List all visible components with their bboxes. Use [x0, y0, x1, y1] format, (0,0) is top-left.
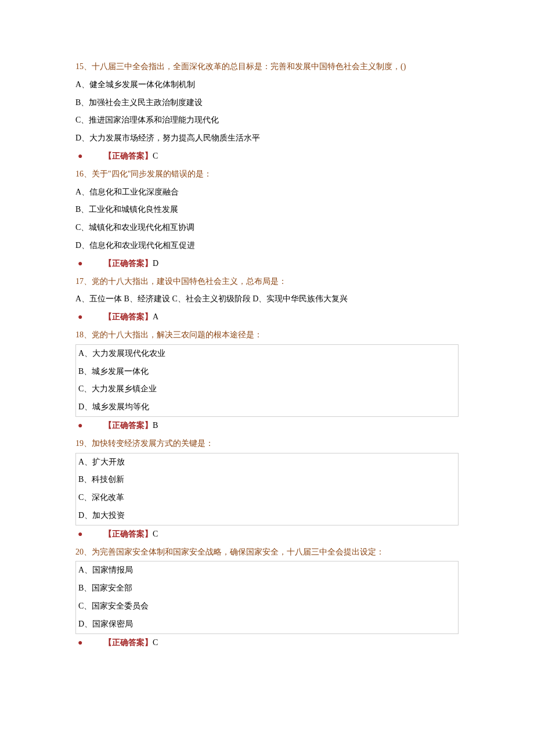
question-text: 18、党的十八大指出，解决三农问题的根本途径是： [75, 326, 459, 344]
option-text: C、大力发展乡镇企业 [78, 380, 456, 398]
option-text: A、信息化和工业化深度融合 [75, 183, 459, 201]
answer-value: B [153, 417, 158, 435]
option-text: D、国家保密局 [78, 615, 456, 633]
option-text: D、大力发展市场经济，努力提高人民物质生活水平 [75, 129, 459, 147]
options-box: A、扩大开放 B、科技创新 C、深化改革 D、加大投资 [75, 453, 459, 525]
answer-label: 【正确答案】 [104, 255, 153, 273]
option-text: B、工业化和城镇化良性发展 [75, 201, 459, 219]
option-text: B、科技创新 [78, 471, 456, 489]
option-text: A、大力发展现代化农业 [78, 345, 456, 363]
bullet-icon: ● [75, 525, 104, 543]
answer-line: ● 【正确答案】D [75, 255, 459, 273]
answer-line: ● 【正确答案】B [75, 417, 459, 435]
answer-label: 【正确答案】 [104, 525, 153, 543]
question-text: 16、关于"四化"同步发展的错误的是： [75, 165, 459, 183]
answer-line: ● 【正确答案】C [75, 634, 459, 652]
answer-line: ● 【正确答案】C [75, 525, 459, 543]
answer-value: D [153, 255, 158, 273]
answer-label: 【正确答案】 [104, 308, 153, 326]
option-text: A、国家情报局 [78, 561, 456, 579]
option-text: C、国家安全委员会 [78, 597, 456, 615]
answer-value: A [153, 308, 158, 326]
question-text: 17、党的十八大指出，建设中国特色社会主义，总布局是： [75, 273, 459, 291]
answer-value: C [153, 634, 158, 652]
option-text: C、推进国家治理体系和治理能力现代化 [75, 111, 459, 129]
answer-value: C [153, 147, 158, 165]
option-text: B、城乡发展一体化 [78, 363, 456, 381]
answer-line: ● 【正确答案】C [75, 147, 459, 165]
bullet-icon: ● [75, 147, 104, 165]
answer-label: 【正确答案】 [104, 417, 153, 435]
option-text: D、城乡发展均等化 [78, 398, 456, 416]
bullet-icon: ● [75, 308, 104, 326]
question-text: 20、为完善国家安全体制和国家安全战略，确保国家安全，十八届三中全会提出设定： [75, 543, 459, 561]
option-text: A、健全城乡发展一体化体制机制 [75, 76, 459, 94]
option-text: B、国家安全部 [78, 579, 456, 597]
option-text: C、深化改革 [78, 489, 456, 507]
options-box: A、大力发展现代化农业 B、城乡发展一体化 C、大力发展乡镇企业 D、城乡发展均… [75, 344, 459, 417]
option-text: B、加强社会主义民主政治制度建设 [75, 94, 459, 112]
option-text: C、城镇化和农业现代化相互协调 [75, 219, 459, 237]
question-text: 19、加快转变经济发展方式的关键是： [75, 435, 459, 453]
answer-label: 【正确答案】 [104, 147, 153, 165]
bullet-icon: ● [75, 255, 104, 273]
bullet-icon: ● [75, 634, 104, 652]
option-text: A、扩大开放 [78, 453, 456, 471]
document-body: 15、十八届三中全会指出，全面深化改革的总目标是：完善和发展中国特色社会主义制度… [75, 58, 459, 651]
option-text: A、五位一体 B、经济建设 C、社会主义初级阶段 D、实现中华民族伟大复兴 [75, 290, 459, 308]
options-box: A、国家情报局 B、国家安全部 C、国家安全委员会 D、国家保密局 [75, 561, 459, 633]
bullet-icon: ● [75, 417, 104, 435]
answer-label: 【正确答案】 [104, 634, 153, 652]
question-text: 15、十八届三中全会指出，全面深化改革的总目标是：完善和发展中国特色社会主义制度… [75, 58, 459, 76]
answer-line: ● 【正确答案】A [75, 308, 459, 326]
answer-value: C [153, 525, 158, 543]
option-text: D、加大投资 [78, 507, 456, 525]
option-text: D、信息化和农业现代化相互促进 [75, 237, 459, 255]
